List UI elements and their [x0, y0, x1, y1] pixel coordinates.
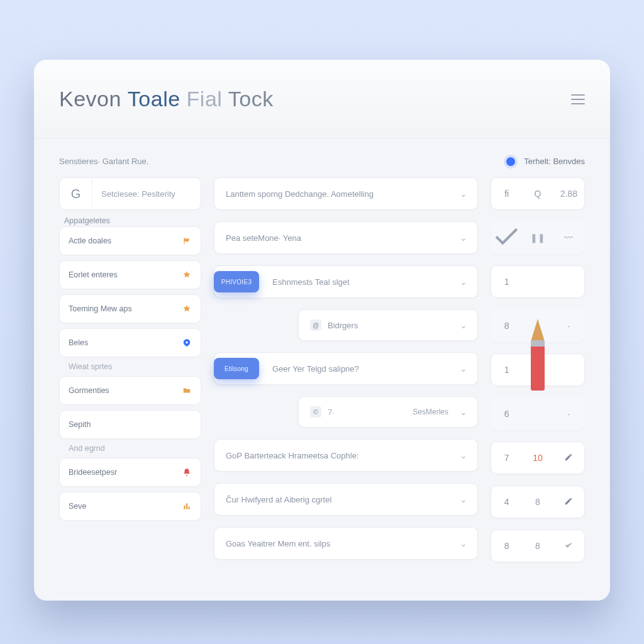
tag-pill[interactable]: PHIVOIE3	[214, 271, 259, 292]
row-card[interactable]: Goas Yeaitrer Mem ent. silps⌄	[214, 527, 478, 560]
search-label: Setclesee: Peslterity	[92, 178, 201, 209]
metric-c: ·	[567, 409, 570, 419]
metric-card[interactable]: 1	[491, 353, 585, 386]
star-icon	[182, 304, 192, 314]
chevron-down-icon: ⌄	[460, 494, 467, 504]
app-window: Kevon Toale Fial Tock Senstieres· Garlan…	[34, 60, 610, 601]
svg-rect-1	[186, 503, 187, 509]
chevron-down-icon: ⌄	[460, 233, 467, 243]
row-text: Bidrgers	[328, 321, 460, 330]
main-grid: G Setclesee: Peslterity Appatgeletes Act…	[59, 177, 585, 562]
metric-card[interactable]: 6·	[491, 397, 585, 430]
metric-c: ·	[567, 321, 570, 331]
sidebar-ghost-1: Wieat sprtes	[59, 357, 201, 376]
svg-rect-0	[184, 506, 185, 509]
row-with-pill: EtilsongGeer Yer Telgd salipne?⌄	[214, 352, 478, 385]
row-text: Goas Yeaitrer Mem ent. silps	[226, 539, 460, 548]
row-text: Geer Yer Telgd salipne?	[272, 364, 460, 374]
menu-icon[interactable]	[571, 94, 585, 104]
row-card-inset[interactable]: ©7·SesMerles⌄	[298, 396, 478, 428]
row-text: GoP Barterteack Hrameetsa Cophle:	[226, 451, 460, 460]
metric-card[interactable]: 8·	[491, 309, 585, 342]
sidebar-heading: Appatgeletes	[59, 210, 201, 226]
metric-b: 8	[523, 497, 553, 507]
sidebar-list-1: Actle doalesEorlet enteresToeming Mew ap…	[59, 226, 201, 357]
sidebar-item[interactable]: Gormenties	[59, 376, 201, 405]
chevron-down-icon: ⌄	[460, 189, 467, 199]
sidebar-item[interactable]: Beles	[59, 328, 201, 357]
metric-card[interactable]: 710	[491, 441, 585, 474]
row-with-pill: PHIVOIE3Eshnmests Teal slget⌄	[214, 265, 478, 298]
row-card[interactable]: Lanttem sporng Dedchange. Aometelling⌄	[214, 177, 478, 210]
row-text: Čur Hwifyerd at Aiberig cgrtel	[226, 495, 460, 504]
metric-a: 7	[491, 453, 522, 463]
metric-card[interactable]: 1	[491, 265, 585, 298]
chevron-down-icon: ⌄	[460, 407, 467, 417]
metric-card[interactable]: ❚❚〰	[491, 221, 585, 254]
at-icon: ©	[310, 406, 321, 418]
chart-icon	[182, 501, 192, 511]
sidebar-item-label: Actle doales	[69, 236, 111, 245]
metric-a: 1	[491, 365, 522, 375]
at-icon: @	[310, 319, 321, 331]
row-card[interactable]: Čur Hwifyerd at Aiberig cgrtel⌄	[214, 483, 478, 516]
search-card[interactable]: G Setclesee: Peslterity	[59, 177, 201, 210]
breadcrumb: Senstieres· Garlant Rue.	[59, 157, 148, 166]
chevron-down-icon: ⌄	[460, 320, 467, 330]
folder-icon	[182, 386, 192, 396]
metric-a: 1	[491, 277, 522, 287]
metric-a: 6	[491, 409, 522, 419]
metric-a: 8	[491, 541, 522, 551]
sidebar-item[interactable]: Toeming Mew aps	[59, 294, 201, 323]
row-card[interactable]: Pea seteMone· Yena⌄	[214, 221, 478, 254]
sidebar-item[interactable]: Sepith	[59, 410, 201, 439]
legend-label: Terhelt: Benvdes	[524, 157, 585, 166]
row-text: Eshnmests Teal slget	[272, 277, 460, 287]
app-title: Kevon Toale Fial Tock	[59, 87, 274, 111]
chevron-down-icon: ⌄	[460, 538, 467, 548]
right-column: fiQ2.88❚❚〰18·16·7104888	[491, 177, 585, 562]
sidebar-item[interactable]: Actle doales	[59, 226, 201, 255]
check-icon[interactable]	[491, 221, 522, 254]
sidebar-item[interactable]: Brideesetpesr	[59, 458, 201, 487]
svg-rect-2	[188, 507, 189, 509]
metric-b: 8	[523, 541, 553, 551]
title-word-1: Kevon	[59, 87, 121, 111]
edit-icon[interactable]	[564, 497, 573, 508]
sidebar-item-label: Seve	[69, 502, 87, 511]
provider-g-icon: G	[60, 178, 92, 209]
row-card[interactable]: GoP Barterteack Hrameetsa Cophle:⌄	[214, 439, 478, 472]
check-icon[interactable]	[564, 541, 573, 552]
star-icon	[182, 270, 192, 280]
tag-pill[interactable]: Etilsong	[214, 358, 259, 379]
body: Senstieres· Garlant Rue. Terhelt: Benvde…	[34, 139, 610, 601]
metric-card[interactable]: fiQ2.88	[491, 177, 585, 210]
bell-icon	[182, 467, 192, 477]
sidebar-item-label: Toeming Mew aps	[69, 304, 132, 313]
chevron-down-icon: ⌄	[460, 277, 467, 287]
metric-c: 2.88	[560, 189, 577, 199]
sidebar-item[interactable]: Seve	[59, 492, 201, 521]
metric-a: 4	[491, 497, 522, 507]
middle-column: Lanttem sporng Dedchange. Aometelling⌄Pe…	[214, 177, 478, 560]
chevron-down-icon: ⌄	[460, 450, 467, 460]
chevron-down-icon: ⌄	[460, 364, 467, 374]
metric-b: 10	[523, 453, 553, 463]
tag-icon	[182, 338, 192, 348]
sidebar-list-2: GormentiesSepith	[59, 376, 201, 439]
sidebar-item[interactable]: Eorlet enteres	[59, 260, 201, 289]
left-column: G Setclesee: Peslterity Appatgeletes Act…	[59, 177, 201, 521]
row-card-inset[interactable]: @Bidrgers⌄	[298, 309, 478, 341]
status-dot-icon	[506, 157, 515, 166]
flag-icon	[182, 236, 192, 246]
sidebar-item-label: Brideesetpesr	[69, 468, 117, 477]
sidebar-list-3: BrideesetpesrSeve	[59, 458, 201, 521]
subheader: Senstieres· Garlant Rue. Terhelt: Benvde…	[59, 157, 585, 166]
metric-card[interactable]: 48	[491, 486, 585, 518]
metric-card[interactable]: 88	[491, 530, 585, 562]
row-small: 7·	[328, 408, 335, 417]
pause-icon[interactable]: ❚❚	[523, 233, 553, 243]
title-word-2: Toale	[128, 87, 180, 111]
edit-icon[interactable]	[564, 453, 573, 464]
sidebar-item-label: Sepith	[69, 420, 91, 429]
